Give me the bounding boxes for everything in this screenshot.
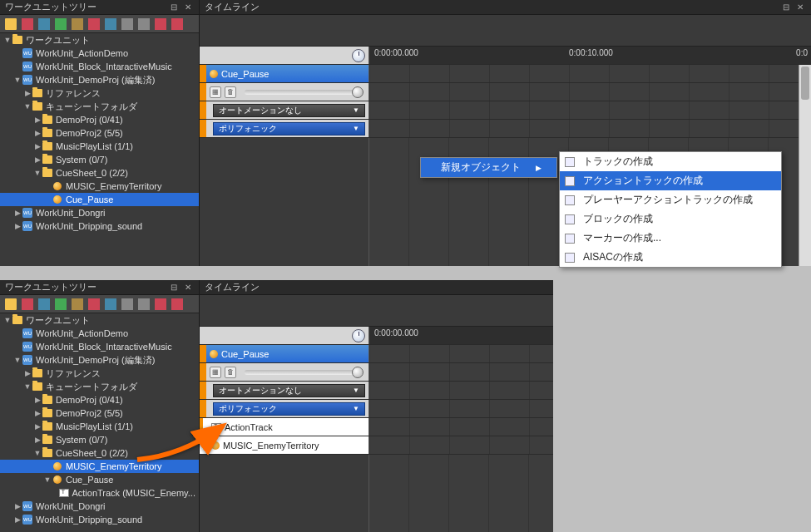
toolbar-btn[interactable] [153,297,168,312]
toolbar-btn[interactable] [136,297,151,312]
tree-item[interactable]: ▶WorkUnit_Dripping_sound [0,513,199,526]
context-item[interactable]: AISACの作成 [560,248,781,267]
mode-dropdown[interactable]: ポリフォニック▼ [213,402,365,416]
toolbar-btn[interactable] [37,297,52,312]
toolbar-btn[interactable] [70,17,85,32]
tree-title: ワークユニットツリー [5,281,96,293]
clock-icon[interactable] [352,49,365,62]
tree-item[interactable]: ▶WorkUnit_Dongri [0,500,199,513]
toolbar-btn[interactable] [3,17,18,32]
mute-button[interactable]: ▦ [210,367,221,378]
tree-item[interactable]: ▶MusicPlayList (1/1) [0,140,199,153]
toolbar-btn[interactable] [87,17,101,32]
cue-header-row[interactable]: Cue_Pause [200,345,553,363]
ruler-mark: 0:00:00.000 [374,328,418,337]
cue-header-row[interactable]: Cue_Pause [200,65,811,83]
delete-button[interactable]: 🗑 [225,367,236,378]
tree-item[interactable]: ▼WorkUnit_DemoProj (編集済) [0,353,199,367]
close-icon[interactable] [794,2,806,13]
mode-dropdown[interactable]: ポリフォニック▼ [213,122,365,135]
toolbar-btn[interactable] [136,17,151,32]
toolbar-btn[interactable] [87,297,101,312]
wu-icon [22,220,33,232]
tree-item[interactable]: ▶WorkUnit_Dripping_sound [0,219,199,233]
tree-item[interactable]: ▼CueSheet_0 (2/2) [0,166,199,180]
tree-header: ワークユニットツリー [0,0,199,15]
toolbar-btn[interactable] [20,297,35,312]
volume-slider[interactable] [245,90,363,95]
context-item[interactable]: プレーヤーアクショントラックの作成 [560,190,781,209]
toolbar-btn[interactable] [103,297,118,312]
close-icon[interactable] [182,282,194,293]
tree-item-label: DemoProj2 (5/5) [56,408,123,418]
clock-icon[interactable] [352,329,365,342]
toolbar-btn[interactable] [70,297,85,312]
toolbar-btn[interactable] [53,17,68,32]
toolbar-btn[interactable] [120,17,135,32]
tree-item[interactable]: MUSIC_EnemyTerritory [0,180,199,193]
toolbar-btn[interactable] [53,297,68,312]
tree-item[interactable]: ▼キューシートフォルダ [0,100,199,113]
automation-row: オートメーションなし▼ [200,101,811,120]
tree-root[interactable]: ▼ワークユニット [0,33,199,47]
toolbar-btn[interactable] [170,17,185,32]
context-item-new-object[interactable]: 新規オブジェクト▶ [421,158,556,177]
tree-item-label: WorkUnit_ActionDemo [36,48,128,58]
track-row-music[interactable]: MUSIC_EnemyTerritory [200,436,553,455]
pin-icon[interactable] [168,282,180,293]
tree-body[interactable]: ▼ワークユニットWorkUnit_ActionDemoWorkUnit_Bloc… [0,33,199,266]
tree-item-label: WorkUnit_Block_IntaractiveMusic [36,62,172,71]
tree-item[interactable]: WorkUnit_Block_IntaractiveMusic [0,340,199,353]
toolbar-btn[interactable] [3,297,18,312]
timeline-canvas[interactable] [200,455,553,532]
tree-item[interactable]: ▼Cue_Pause [0,473,199,486]
mode-row: ポリフォニック▼ [200,120,811,138]
context-item[interactable]: マーカーの作成... [560,229,781,248]
tree-header: ワークユニットツリー [0,280,199,295]
mute-button[interactable]: ▦ [210,86,221,98]
tree-item[interactable]: ▶System (0/7) [0,153,199,166]
context-item[interactable]: ブロックの作成 [560,209,781,229]
tree-item[interactable]: WorkUnit_ActionDemo [0,47,199,60]
tree-item[interactable]: ▶WorkUnit_Dongri [0,206,199,219]
tree-item[interactable]: ▶リファレンス [0,367,199,380]
toolbar-btn[interactable] [153,17,168,32]
delete-button[interactable]: 🗑 [225,86,236,98]
tree-item[interactable]: ▶DemoProj2 (5/5) [0,126,199,140]
context-item[interactable]: アクショントラックの作成 [560,171,781,190]
tree-item[interactable]: ActionTrack (MUSIC_Enemy... [0,486,199,500]
tree-item[interactable]: ▼WorkUnit_DemoProj (編集済) [0,73,199,86]
ruler-mark: 0:0 [796,48,808,57]
wu-icon [22,341,33,352]
automation-dropdown[interactable]: オートメーションなし▼ [213,104,365,117]
drag-arrow-annotation [133,414,233,467]
toolbar-btn[interactable] [37,17,52,32]
toolbar-btn[interactable] [120,297,135,312]
tree-root[interactable]: ▼ワークユニット [0,313,199,327]
tree-item[interactable]: WorkUnit_Block_IntaractiveMusic [0,60,199,73]
tree-item[interactable]: WorkUnit_ActionDemo [0,327,199,340]
pin-icon[interactable] [780,2,792,13]
tree-item[interactable]: ▶リファレンス [0,86,199,100]
tree-item[interactable]: ▶DemoProj (0/41) [0,113,199,126]
tree-item-label: Cue_Pause [66,195,114,204]
close-icon[interactable] [182,2,194,13]
track-row-action[interactable]: ActionTrack [200,418,553,436]
pin-icon[interactable] [168,2,180,13]
scrollbar-vertical[interactable] [799,65,811,266]
automation-dropdown[interactable]: オートメーションなし▼ [213,384,365,397]
volume-slider-row: ▦ 🗑 [200,83,811,101]
toolbar-btn[interactable] [103,17,118,32]
context-item[interactable]: トラックの作成 [560,152,781,171]
wu-icon [22,500,33,512]
tree-toolbar [0,15,199,33]
tree-item-label: MusicPlayList (1/1) [56,421,133,431]
toolbar-btn[interactable] [20,17,35,32]
tree-item[interactable]: ▼キューシートフォルダ [0,380,199,393]
tree-item[interactable]: Cue_Pause [0,193,199,206]
toolbar-btn[interactable] [170,297,185,312]
tree-item-label: DemoProj2 (5/5) [56,128,123,138]
tree-item[interactable]: ▶DemoProj (0/41) [0,393,199,406]
volume-slider[interactable] [245,370,363,375]
tree-item-label: DemoProj (0/41) [56,395,123,405]
